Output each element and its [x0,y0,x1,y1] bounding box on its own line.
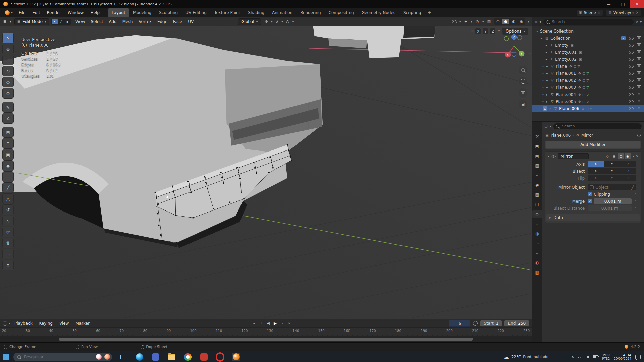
menu-uv[interactable]: UV [185,19,196,25]
annotate-tool[interactable]: ✎ [3,102,13,112]
orientation-selector[interactable]: Global ▾ [238,18,261,25]
expand-chevron-icon[interactable]: ▸ [545,86,549,89]
play-reverse-button[interactable]: ◀ [265,320,271,326]
collapse-chevron-icon[interactable]: ▾ [547,155,549,158]
scene-selector[interactable]: ▣ Scene × [576,9,603,16]
expand-chevron-icon[interactable]: ▸ [545,93,549,96]
menu-help[interactable]: Help [87,9,102,16]
workspace-tab-geometry-nodes[interactable]: Geometry Nodes [358,8,399,17]
spin-tool[interactable]: ↺ [3,205,13,215]
disable-render-toggle[interactable] [637,100,641,103]
axis-y-button[interactable]: Y [604,161,620,167]
next-keyframe-button[interactable]: › [279,320,285,326]
language-switcher[interactable]: POR PTB2 [602,353,610,361]
loop-cut-tool[interactable]: ≡ [3,172,13,182]
menu-file[interactable]: File [16,9,29,16]
navigation-gizmo[interactable]: Z X Y [499,32,528,60]
menu-select[interactable]: Select [88,19,105,25]
hide-viewport-toggle[interactable] [629,37,634,40]
timeline-editor-icon[interactable] [3,321,7,326]
bisect-y-button[interactable]: Y [604,168,620,174]
shear-tool[interactable]: ▱ [3,249,13,259]
hide-viewport-toggle[interactable] [629,51,634,54]
display-render-toggle[interactable]: ◉ [625,153,631,159]
maximize-button[interactable]: □ [616,0,630,8]
viewlayer-selector[interactable]: ▥ ViewLayer × [606,9,641,16]
hide-viewport-toggle[interactable] [629,107,634,110]
clipping-checkbox[interactable]: ✓ [588,192,592,196]
toggle-ortho-button[interactable]: ⊞ [519,100,527,109]
workspace-tab-animation[interactable]: Animation [268,8,296,17]
tab-scene[interactable]: △ [532,171,542,179]
mirror-x-toggle[interactable]: X [475,28,481,34]
flip-x-button[interactable]: X [588,175,604,181]
expand-chevron-icon[interactable]: ▸ [545,51,548,54]
tab-render[interactable]: ▣ [532,142,542,150]
tab-object-data[interactable]: ▽ [532,249,542,257]
workspace-tab-scripting[interactable]: Scripting [399,8,425,17]
menu-window[interactable]: Window [65,9,87,16]
taskbar-search-input[interactable] [23,354,93,360]
workspace-tab-compositing[interactable]: Compositing [325,8,358,17]
notifications-icon[interactable] [635,355,641,359]
menu-keying[interactable]: Keying [37,320,55,326]
show-hidden-icons-button[interactable]: ∧ [571,355,574,359]
properties-editor-icon[interactable]: ▢ [544,125,547,128]
editor-type-icon[interactable]: ⊞ [2,19,7,24]
disable-render-toggle[interactable] [637,107,641,110]
merge-threshold-field[interactable]: 0.001 m [594,198,632,204]
menu-add[interactable]: Add [107,19,119,25]
volume-icon[interactable] [586,356,589,358]
inset-faces-tool[interactable]: ▣ [3,149,13,160]
disable-render-toggle[interactable] [637,71,641,75]
axis-z-button[interactable]: Z [620,161,636,167]
blender-menu-button[interactable]: ▾ [3,10,15,15]
opera-button[interactable] [216,353,224,361]
hide-viewport-toggle[interactable] [629,58,634,61]
rotate-tool[interactable]: ↻ [3,66,13,76]
knife-tool[interactable]: ╱ [3,183,13,193]
expand-chevron-icon[interactable]: ▸ [545,79,549,82]
start-button[interactable] [3,354,9,360]
menu-view[interactable]: View [73,19,87,25]
expand-chevron-icon[interactable]: ▸ [545,72,549,75]
outliner-item-empty-001[interactable]: ▸ + Empty.001 ▣ [532,49,644,56]
current-frame-field[interactable]: 6 [449,320,470,327]
tab-world[interactable]: ◉ [532,181,542,189]
disable-render-toggle[interactable] [637,50,641,54]
edge-button[interactable] [135,353,144,361]
show-overlays-icon[interactable]: ◎ [475,19,480,24]
menu-playback[interactable]: Playback [12,320,35,326]
outliner-item-plane-003[interactable]: • ▸ ▽ Plane.003 ⚙ ▢ ▽ [532,84,644,91]
outliner-search[interactable] [543,19,634,25]
animate-dot-icon[interactable]: • [635,193,636,196]
battery-icon[interactable] [593,355,598,358]
mode-selector[interactable]: ▣ Edit Mode ▾ [14,18,49,25]
mirror-z-toggle[interactable]: Z [490,28,495,34]
menu-vertex[interactable]: Vertex [136,19,154,25]
outliner-item-empty[interactable]: ▸ + Empty ▣ [532,42,644,49]
red-app-button[interactable] [200,353,208,361]
disable-render-toggle[interactable] [637,93,641,96]
cursor-tool[interactable]: ⊕ [3,44,13,54]
hide-viewport-toggle[interactable] [629,100,634,103]
hide-viewport-toggle[interactable] [629,86,634,89]
tab-physics[interactable]: ◎ [532,230,542,237]
wireframe-shading-button[interactable]: ○ [494,19,502,24]
workspace-tab-sculpting[interactable]: Sculpting [155,8,181,17]
search-highlight-icon-2[interactable] [104,354,110,360]
measure-tool[interactable]: ∠ [3,113,13,123]
chevron-down-icon[interactable]: ▾ [482,20,484,23]
expand-chevron-icon[interactable]: ▸ [549,107,552,110]
stopwatch-icon[interactable] [473,321,478,326]
disable-render-toggle[interactable] [637,36,641,40]
mirror-y-toggle[interactable]: Y [483,28,488,34]
mirror-object-field[interactable]: Object ╱ [588,184,636,190]
animate-dot-icon[interactable]: • [635,200,636,203]
network-icon[interactable] [578,355,582,358]
chevron-down-icon[interactable]: ▾ [550,125,551,128]
add-workspace-button[interactable]: + [425,8,434,17]
workspace-tab-texture-paint[interactable]: Texture Paint [211,8,244,17]
minimize-button[interactable]: — [602,0,616,8]
menu-edge[interactable]: Edge [155,19,170,25]
